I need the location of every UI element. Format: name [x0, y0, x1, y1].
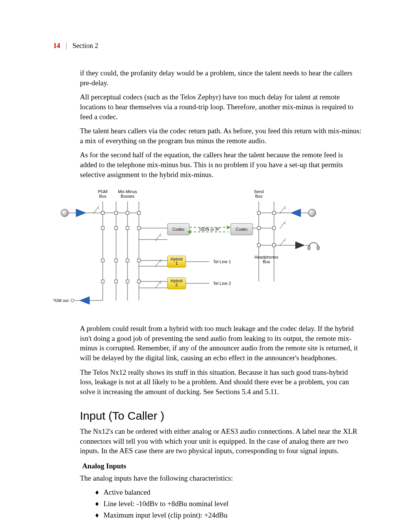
svg-point-38 [308, 246, 310, 250]
list-item: Line level: -10dBv to +8dBu nominal leve… [95, 499, 362, 509]
svg-marker-26 [227, 225, 231, 229]
paragraph: All perceptual codecs (such as the Telos… [80, 92, 362, 121]
svg-rect-49 [101, 280, 104, 283]
svg-rect-43 [126, 259, 129, 262]
paragraph: A problem could result from a hybrid wit… [80, 324, 362, 363]
svg-rect-10 [115, 211, 118, 214]
svg-line-23 [155, 235, 160, 241]
amp-icon [80, 297, 89, 304]
paragraph: The analog inputs have the following cha… [80, 473, 362, 483]
bullet-list: Active balanced Line level: -10dBv to +8… [95, 487, 362, 520]
amp-icon [295, 241, 305, 249]
svg-rect-50 [115, 280, 118, 283]
page: 14 | Section 2 if they could, the profan… [0, 0, 411, 532]
svg-rect-31 [272, 227, 276, 230]
mic-icon [61, 209, 68, 217]
svg-rect-12 [137, 211, 140, 214]
mix-minus-diagram: PGMBus Mix-MinusBusses SendBus [53, 186, 388, 315]
section-title: Input (To Caller ) [80, 408, 362, 424]
svg-rect-19 [101, 227, 104, 230]
svg-rect-30 [257, 227, 260, 230]
diagram-label-telline1: Tel Line 1 [213, 259, 231, 264]
header-separator: | [66, 42, 67, 50]
paragraph: The talent hears callers via the codec r… [80, 126, 362, 145]
mic-icon [308, 209, 316, 217]
page-header: 14 | Section 2 [53, 42, 362, 50]
svg-rect-51 [126, 280, 129, 283]
paragraph: The Telos Nx12 really shows its stuff in… [80, 367, 362, 397]
svg-rect-11 [126, 211, 129, 214]
amp-icon [291, 209, 301, 217]
svg-rect-22 [137, 227, 140, 230]
fader-icon [155, 281, 161, 288]
paragraph: if they could, the profanity delay would… [80, 68, 362, 88]
fader-icon [280, 206, 286, 214]
paragraph: The Nx12's can be ordered with either an… [80, 427, 362, 456]
svg-rect-9 [101, 211, 104, 214]
diagram-label-codec: Codec [236, 227, 248, 232]
subheading: Analog Inputs [82, 461, 362, 471]
svg-rect-20 [115, 227, 118, 230]
svg-rect-35 [272, 244, 276, 247]
svg-line-53 [155, 282, 160, 288]
svg-rect-16 [257, 211, 260, 214]
svg-point-58 [71, 299, 74, 302]
list-item: Maximum input level (clip point): +24dBu [95, 510, 362, 520]
diagram-svg: PGMBus Mix-MinusBusses SendBus [53, 186, 362, 312]
diagram-label-codec: Codec [172, 227, 185, 232]
diagram-label-send-bus: SendBus [254, 189, 264, 198]
diagram-label-pgm-bus: PGMBus [98, 189, 107, 198]
fader-icon [93, 206, 99, 214]
content-column: if they could, the profanity delay would… [80, 68, 362, 520]
diagram-label-mix-minus: Mix-MinusBusses [118, 189, 137, 198]
diagram-label-telline2: Tel Line 2 [213, 281, 231, 286]
diagram-label-link: ISDN or IP [199, 227, 220, 232]
fader-icon [155, 233, 161, 241]
svg-rect-42 [115, 259, 118, 262]
diagram-label-pgm-out: PGM out [53, 298, 68, 303]
svg-rect-17 [272, 211, 276, 214]
diagram-label-headphones-bus: HeadphonesBus [255, 255, 279, 264]
page-number: 14 [53, 42, 60, 50]
svg-line-32 [280, 223, 284, 229]
fader-icon [280, 238, 286, 246]
fader-icon [280, 221, 286, 229]
amp-icon [76, 209, 86, 217]
section-label: Section 2 [73, 42, 99, 50]
list-item: Active balanced [95, 487, 362, 497]
svg-point-39 [317, 246, 319, 250]
svg-rect-44 [137, 259, 140, 262]
svg-rect-21 [126, 227, 129, 230]
svg-rect-34 [257, 244, 260, 247]
svg-rect-41 [101, 259, 104, 262]
paragraph: As for the second half of the equation, … [80, 150, 362, 179]
headphones-icon [308, 243, 319, 250]
svg-rect-52 [137, 280, 140, 283]
